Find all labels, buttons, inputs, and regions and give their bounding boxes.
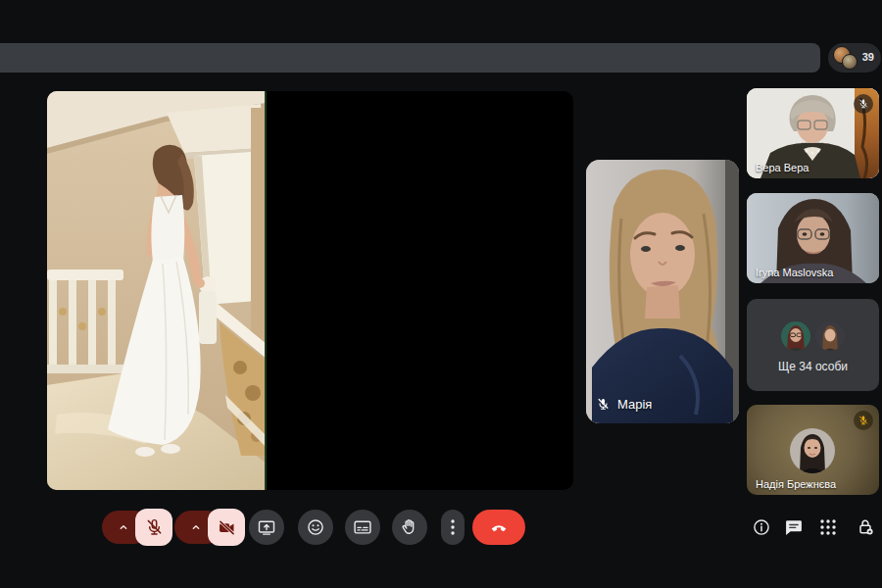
woman-in-white-dress-video: [47, 91, 267, 490]
camera-button-group: [174, 509, 245, 546]
participant-name: Iryna Maslovska: [756, 267, 833, 278]
video-tile-maria[interactable]: Марія: [586, 160, 739, 423]
video-edge-artifact: [265, 91, 267, 490]
mic-off-icon: [596, 397, 611, 412]
camera-toggle-button[interactable]: [208, 509, 245, 546]
chevron-up-icon: [116, 519, 131, 535]
present-screen-icon: [257, 517, 276, 537]
participant-avatar: [842, 54, 858, 70]
more-vertical-icon: [445, 517, 461, 537]
mic-toggle-button[interactable]: [135, 509, 172, 546]
chevron-up-icon: [188, 519, 204, 535]
host-controls-button[interactable]: [855, 516, 876, 538]
present-screen-button[interactable]: [249, 510, 284, 545]
participant-name: Марія: [617, 397, 652, 412]
captions-button[interactable]: [345, 510, 380, 545]
captions-icon: [353, 517, 372, 537]
emoji-smile-icon: [306, 517, 325, 537]
activities-button[interactable]: [817, 516, 839, 538]
lock-icon: [856, 517, 875, 537]
more-people-label: Ще 34 особи: [778, 360, 848, 373]
video-tile-nadia[interactable]: Надія Брежнєва: [747, 405, 879, 495]
participant-avatar: [815, 321, 845, 351]
apps-grid-icon: [819, 518, 837, 536]
chat-icon: [784, 517, 804, 537]
video-tile-vera[interactable]: Вера Вера: [747, 88, 879, 178]
raise-hand-icon: [400, 517, 419, 537]
participants-pill[interactable]: 39: [828, 43, 881, 73]
mic-button-group: [102, 509, 172, 546]
main-video-content: [47, 91, 267, 490]
end-call-button[interactable]: [472, 510, 525, 545]
chat-button[interactable]: [783, 516, 805, 538]
maria-label-row: Марія: [596, 397, 652, 412]
participant-count: 39: [862, 51, 874, 63]
participant-name: Вера Вера: [756, 162, 808, 173]
participant-avatar: [790, 428, 835, 473]
more-options-button[interactable]: [441, 510, 465, 545]
info-icon: [752, 517, 771, 537]
top-bar[interactable]: [0, 43, 820, 73]
camera-off-icon: [217, 517, 237, 538]
raise-hand-button[interactable]: [392, 510, 427, 545]
maria-video: [586, 160, 739, 423]
video-tile-iryna[interactable]: Iryna Maslovska: [747, 193, 879, 283]
reactions-button[interactable]: [298, 510, 333, 545]
participant-name: Надія Брежнєва: [756, 478, 836, 490]
more-people-avatars: [781, 321, 845, 351]
mic-off-icon: [858, 98, 869, 110]
mic-off-badge: [854, 94, 873, 114]
meeting-details-button[interactable]: [751, 516, 772, 538]
more-people-tile[interactable]: Ще 34 особи: [747, 299, 879, 391]
end-call-icon: [488, 516, 510, 538]
mic-off-badge: [854, 411, 873, 430]
mic-off-icon: [144, 517, 165, 538]
participant-avatar: [781, 321, 810, 351]
mic-off-icon: [858, 415, 869, 426]
main-video-tile[interactable]: [47, 91, 573, 490]
